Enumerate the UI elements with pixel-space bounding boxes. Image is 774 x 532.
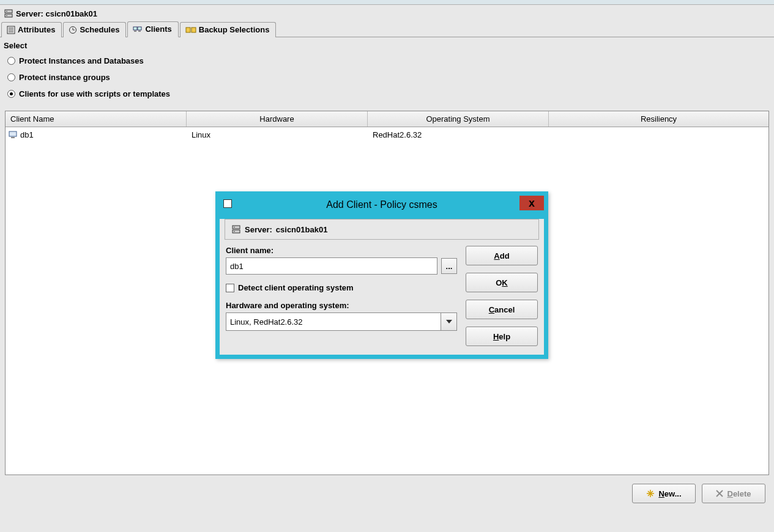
list-icon <box>7 26 15 34</box>
svg-marker-29 <box>446 320 452 323</box>
hw-os-value: Linux, RedHat2.6.32 <box>230 317 303 327</box>
radio-icon <box>7 90 15 98</box>
hw-os-select[interactable]: Linux, RedHat2.6.32 <box>226 312 441 331</box>
close-icon: x <box>529 197 535 210</box>
table-header: Client Name Hardware Operating System Re… <box>6 111 768 127</box>
dialog-title-text: Add Client - Policy csmes <box>326 199 437 210</box>
clock-icon <box>69 26 77 34</box>
svg-rect-15 <box>186 28 190 32</box>
radio-protect-groups[interactable]: Protect instance groups <box>4 69 770 86</box>
svg-point-28 <box>234 231 235 232</box>
table-row[interactable]: db1 Linux RedHat2.6.32 <box>6 127 768 142</box>
title-bar <box>0 0 774 5</box>
dialog-server-line: Server: csicn01bak01 <box>225 219 539 240</box>
cell-resiliency <box>549 127 768 142</box>
svg-rect-0 <box>5 10 12 13</box>
server-icon <box>231 224 241 234</box>
server-name: csicn01bak01 <box>45 9 97 18</box>
svg-rect-14 <box>138 31 141 32</box>
x-icon <box>716 490 723 497</box>
client-name-label: Client name: <box>226 246 457 255</box>
tab-label: Schedules <box>80 25 119 34</box>
spark-icon <box>646 489 655 498</box>
svg-rect-13 <box>134 31 136 32</box>
server-icon <box>4 9 13 18</box>
dialog-server-prefix: Server: <box>245 225 272 234</box>
svg-rect-11 <box>133 27 137 30</box>
delete-button: Delete <box>702 484 765 503</box>
svg-rect-18 <box>11 137 15 138</box>
svg-rect-16 <box>192 28 196 32</box>
new-button[interactable]: New... <box>632 484 696 503</box>
help-button[interactable]: Help <box>466 327 538 346</box>
server-line: Server: csicn01bak01 <box>0 5 774 21</box>
radio-clients-scripts[interactable]: Clients for use with scripts or template… <box>4 86 770 102</box>
hw-os-label: Hardware and operating system: <box>226 301 457 310</box>
new-label-rest: ew... <box>664 489 682 498</box>
svg-point-27 <box>234 227 235 228</box>
cell-client: db1 <box>20 130 34 139</box>
browse-button[interactable]: ... <box>441 258 457 274</box>
tab-label: Attributes <box>18 25 55 34</box>
checkbox-icon <box>226 284 234 292</box>
close-button[interactable]: x <box>519 196 544 210</box>
footer-buttons: New... Delete <box>0 475 774 503</box>
svg-rect-17 <box>9 131 17 136</box>
window-icon <box>223 199 232 208</box>
help-rest: elp <box>499 332 510 341</box>
dialog-body: Server: csicn01bak01 Client name: ... De… <box>220 219 544 355</box>
detect-os-checkbox-row[interactable]: Detect client operating system <box>226 283 457 292</box>
radio-icon <box>7 73 15 81</box>
svg-rect-1 <box>5 14 12 17</box>
server-prefix: Server: <box>16 9 43 18</box>
computer-icon <box>8 131 18 139</box>
svg-point-2 <box>6 11 7 12</box>
add-client-dialog: Add Client - Policy csmes x Server: csic… <box>215 191 548 359</box>
detect-label-rest: etect client operating system <box>244 283 353 292</box>
cancel-rest: ancel <box>494 305 515 314</box>
tab-label: Clients <box>145 24 171 34</box>
tab-clients[interactable]: Clients <box>127 21 178 37</box>
add-rest: dd <box>500 251 510 260</box>
chevron-down-icon <box>446 320 452 323</box>
delete-label-rest: elete <box>733 489 751 498</box>
col-resiliency[interactable]: Resiliency <box>549 111 768 127</box>
folder-pair-icon <box>185 26 196 34</box>
dialog-server-name: csicn01bak01 <box>276 225 328 234</box>
tab-attributes[interactable]: Attributes <box>1 22 62 37</box>
radio-label: Protect Instances and Databases <box>19 56 144 65</box>
cell-hardware: Linux <box>187 127 368 142</box>
select-label: Select <box>4 41 770 50</box>
dialog-right: Add OK Cancel Help <box>466 246 538 346</box>
dialog-titlebar[interactable]: Add Client - Policy csmes x <box>220 196 544 214</box>
radio-label: Clients for use with scripts or template… <box>19 89 170 98</box>
client-name-input[interactable] <box>226 257 437 275</box>
tab-strip: Attributes Schedules Clients Backup Sele… <box>0 21 774 37</box>
radio-icon <box>7 57 15 65</box>
svg-rect-26 <box>233 230 240 233</box>
clients-icon <box>133 25 143 34</box>
col-client-name[interactable]: Client Name <box>6 111 187 127</box>
col-hardware[interactable]: Hardware <box>187 111 368 127</box>
cell-os: RedHat2.6.32 <box>368 127 549 142</box>
svg-rect-12 <box>138 27 141 30</box>
dropdown-arrow-button[interactable] <box>441 312 457 331</box>
svg-point-3 <box>6 15 7 17</box>
ok-button[interactable]: OK <box>466 273 538 292</box>
add-button[interactable]: Add <box>466 246 538 265</box>
tab-backup-selections[interactable]: Backup Selections <box>180 22 277 37</box>
select-section: Select Protect Instances and Databases P… <box>0 37 774 105</box>
col-os[interactable]: Operating System <box>368 111 549 127</box>
tab-schedules[interactable]: Schedules <box>63 22 126 37</box>
dialog-left: Client name: ... Detect client operating… <box>226 246 457 346</box>
svg-rect-25 <box>233 226 240 229</box>
radio-protect-instances[interactable]: Protect Instances and Databases <box>4 53 770 69</box>
radio-label: Protect instance groups <box>19 73 110 82</box>
tab-label: Backup Selections <box>199 25 270 34</box>
cancel-button[interactable]: Cancel <box>466 300 538 319</box>
